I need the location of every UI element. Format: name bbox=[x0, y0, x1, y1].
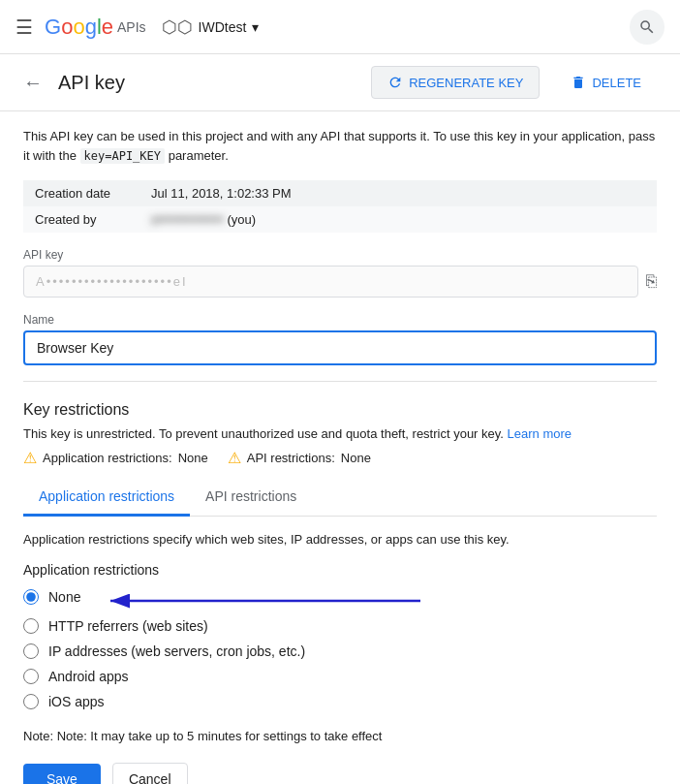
none-option-annotated: None bbox=[23, 589, 657, 605]
option-http-label: HTTP referrers (web sites) bbox=[48, 618, 208, 634]
action-buttons: Save Cancel bbox=[23, 763, 657, 784]
note-prefix: Note: bbox=[23, 729, 57, 743]
app-restriction-value: None bbox=[178, 451, 208, 465]
search-button[interactable] bbox=[630, 10, 665, 45]
delete-label: DELETE bbox=[592, 76, 641, 90]
key-restrictions-title: Key restrictions bbox=[23, 401, 657, 419]
chevron-down-icon: ▾ bbox=[252, 19, 259, 35]
regenerate-label: REGENERATE KEY bbox=[409, 76, 523, 90]
creation-date-row: Creation date Jul 11, 2018, 1:02:33 PM bbox=[23, 180, 657, 206]
name-label: Name bbox=[23, 313, 657, 327]
api-key-field-group: API key ⎘ bbox=[23, 248, 657, 298]
header: ☰ Google APIs ⬡⬡ IWDtest ▾ bbox=[0, 0, 680, 54]
divider-1 bbox=[23, 381, 657, 382]
google-logo: Google bbox=[45, 15, 113, 40]
name-input[interactable] bbox=[23, 330, 657, 365]
radio-ios-apps[interactable] bbox=[23, 694, 39, 709]
name-field-group: Name bbox=[23, 313, 657, 365]
created-by-value: s••••••••••••••• (you) bbox=[139, 206, 657, 233]
tab-description: Application restrictions specify which w… bbox=[23, 532, 657, 547]
creation-date-label: Creation date bbox=[23, 180, 139, 206]
sub-header: ← API key REGENERATE KEY DELETE bbox=[0, 54, 680, 111]
project-icon: ⬡⬡ bbox=[162, 16, 193, 38]
radio-http-referrers[interactable] bbox=[23, 618, 39, 634]
restriction-tabs: Application restrictions API restriction… bbox=[23, 479, 657, 517]
api-restriction-label: API restrictions: bbox=[247, 451, 335, 465]
project-selector[interactable]: ⬡⬡ IWDtest ▾ bbox=[162, 16, 260, 38]
page-title: API key bbox=[58, 72, 125, 94]
radio-android-apps[interactable] bbox=[23, 669, 39, 684]
note-text: Note: Note: It may take up to 5 minutes … bbox=[23, 729, 657, 743]
delete-button[interactable]: DELETE bbox=[555, 67, 657, 98]
option-http-referrers[interactable]: HTTP referrers (web sites) bbox=[23, 618, 657, 634]
warning-icon-api: ⚠ bbox=[228, 449, 241, 467]
project-name: IWDtest bbox=[199, 19, 247, 35]
created-by-row: Created by s••••••••••••••• (you) bbox=[23, 206, 657, 233]
application-restrictions-heading: Application restrictions bbox=[23, 562, 657, 578]
warning-icon-app: ⚠ bbox=[23, 449, 37, 467]
created-by-label: Created by bbox=[23, 206, 139, 233]
tab-api-restrictions[interactable]: API restrictions bbox=[190, 479, 312, 517]
application-restriction-options: None HTTP referrers (web sites) IP addre… bbox=[23, 589, 657, 709]
option-ios-apps[interactable]: iOS apps bbox=[23, 694, 657, 709]
back-button[interactable]: ← bbox=[23, 72, 43, 94]
api-restriction-value: None bbox=[341, 451, 371, 465]
info-table: Creation date Jul 11, 2018, 1:02:33 PM C… bbox=[23, 180, 657, 233]
radio-none[interactable] bbox=[23, 589, 39, 605]
content-area: This API key can be used in this project… bbox=[0, 111, 680, 784]
tab-application-restrictions[interactable]: Application restrictions bbox=[23, 479, 190, 517]
restriction-warning-text: This key is unrestricted. To prevent una… bbox=[23, 426, 657, 441]
save-button[interactable]: Save bbox=[23, 764, 101, 784]
restriction-status-row: ⚠ Application restrictions: None ⚠ API r… bbox=[23, 449, 657, 467]
app-restriction-status: ⚠ Application restrictions: None bbox=[23, 449, 208, 467]
apis-label: APIs bbox=[117, 19, 146, 35]
option-none-label: None bbox=[48, 589, 80, 605]
radio-ip-addresses[interactable] bbox=[23, 643, 39, 659]
menu-icon[interactable]: ☰ bbox=[15, 16, 33, 39]
created-by-suffix: (you) bbox=[227, 212, 256, 227]
option-ios-label: iOS apps bbox=[48, 694, 105, 709]
created-by-email: s••••••••••••••• bbox=[151, 212, 224, 227]
creation-date-value: Jul 11, 2018, 1:02:33 PM bbox=[139, 180, 657, 206]
option-none[interactable]: None bbox=[23, 589, 657, 605]
api-restriction-status: ⚠ API restrictions: None bbox=[228, 449, 371, 467]
option-android-label: Android apps bbox=[48, 669, 129, 684]
api-key-input[interactable] bbox=[23, 266, 638, 298]
learn-more-link[interactable]: Learn more bbox=[508, 426, 572, 441]
option-ip-label: IP addresses (web servers, cron jobs, et… bbox=[48, 643, 305, 659]
api-key-row: ⎘ bbox=[23, 266, 657, 298]
api-key-description: This API key can be used in this project… bbox=[23, 127, 657, 165]
cancel-button[interactable]: Cancel bbox=[112, 763, 188, 784]
app-restriction-label: Application restrictions: bbox=[43, 451, 172, 465]
option-ip-addresses[interactable]: IP addresses (web servers, cron jobs, et… bbox=[23, 643, 657, 659]
regenerate-key-button[interactable]: REGENERATE KEY bbox=[371, 66, 540, 99]
copy-icon[interactable]: ⎘ bbox=[646, 271, 657, 292]
option-android-apps[interactable]: Android apps bbox=[23, 669, 657, 684]
api-key-label: API key bbox=[23, 248, 657, 262]
